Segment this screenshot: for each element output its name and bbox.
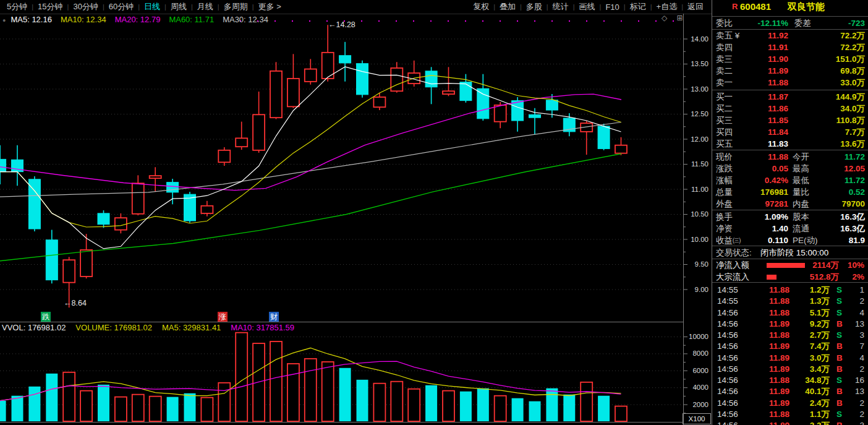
section-separator [712, 210, 868, 210]
sell-label: 卖一 [716, 77, 733, 88]
flow-pct: 2% [852, 271, 864, 283]
tick-row[interactable]: 14:5611.893.4万B2 [712, 363, 868, 375]
ma-indicator-row: ●MA5: 12.16MA10: 12.34MA20: 12.79MA60: 1… [2, 15, 277, 24]
buy-volume: 34.0万 [840, 103, 865, 114]
tick-row[interactable]: 14:5611.897.4万B7 [712, 340, 868, 352]
stat-label-1: 涨跌 [716, 163, 733, 174]
menu-item-1[interactable]: 叠加 [495, 1, 520, 12]
stat-label-2: 内盘 [793, 198, 809, 210]
tick-time: 14:56 [717, 329, 738, 341]
vol-label-0: VVOL: 176981.02 [2, 323, 66, 332]
volume-axis-label: 4000 [686, 384, 708, 391]
buy-label: 买二 [716, 103, 733, 114]
menu-item-0[interactable]: 复权 [469, 1, 493, 12]
stat-row-4: 外盘97281内盘79700 [712, 198, 868, 210]
section-separator [712, 29, 868, 30]
menu-item-8[interactable]: 返回 [683, 1, 708, 12]
tick-side: B [836, 397, 843, 409]
tick-row[interactable]: 14:5611.881.1万S2 [712, 408, 868, 420]
tick-row[interactable]: 14:5611.892.4万B2 [712, 397, 868, 409]
stat-label-1: 收益㈢ [716, 234, 741, 246]
buy-label: 买四 [716, 126, 733, 138]
tick-side: B [836, 318, 843, 330]
tick-row[interactable]: 14:5611.885.1万S4 [712, 307, 868, 319]
tick-volume: 1.3万 [810, 295, 830, 307]
tick-price: 11.89 [769, 352, 789, 364]
buy-price: 11.87 [768, 91, 788, 103]
period-tab-2[interactable]: 30分钟 [69, 1, 102, 12]
tick-row[interactable]: 14:5511.881.2万S1 [712, 284, 868, 296]
tick-side: S [836, 284, 842, 296]
tick-price: 11.89 [769, 397, 789, 409]
stat-label-2: 最低 [793, 174, 809, 186]
stat-label-2: 今开 [793, 151, 809, 163]
tick-row[interactable]: 14:5611.8940.1万B13 [712, 385, 868, 397]
flow-value: 2114万 [812, 259, 839, 271]
tick-row[interactable]: 14:5611.8834.8万S16 [712, 374, 868, 386]
stat-label-1: 现价 [716, 151, 733, 163]
tick-price: 11.88 [769, 374, 789, 386]
tick-time: 14:56 [717, 408, 738, 420]
buy-volume: 144.9万 [836, 91, 865, 103]
sell-price: 11.91 [768, 41, 788, 53]
period-tab-4[interactable]: 日线 [140, 1, 164, 12]
tick-price: 11.88 [769, 307, 789, 319]
tick-count: 4 [859, 352, 864, 364]
tick-volume: 3.4万 [810, 363, 830, 375]
tick-time: 14:56 [717, 352, 738, 364]
tick-row[interactable]: 14:5611.893.0万B4 [712, 352, 868, 364]
stat-value-1: 0.05 [772, 163, 788, 174]
tick-count: 13 [855, 385, 864, 397]
tick-time: 14:56 [717, 374, 738, 386]
menu-item-7[interactable]: +自选 [652, 1, 682, 12]
sell-row-1: 卖一11.8833.0万 [712, 77, 868, 88]
buy-row-5: 买五11.8313.6万 [712, 138, 868, 150]
tick-row[interactable]: 14:5611.882.7万S3 [712, 329, 868, 341]
period-tab-7[interactable]: 多周期 [219, 1, 252, 12]
buy-price: 11.86 [768, 103, 788, 114]
stat-label-2: 最高 [793, 163, 809, 174]
buy-label: 买一 [716, 91, 733, 103]
buy-row-3: 买三11.85110.8万 [712, 114, 868, 126]
tick-time: 14:56 [717, 385, 738, 397]
menu-item-5[interactable]: F10 [601, 2, 623, 12]
sell-row-3: 卖三11.90151.0万 [712, 53, 868, 65]
tick-side: B [836, 352, 843, 364]
tick-time: 14:56 [717, 363, 738, 375]
price-axis-label: 10.00 [686, 236, 708, 243]
stat-label-1: 总量 [716, 186, 733, 198]
tick-volume: 9.2万 [810, 318, 830, 330]
marker-badge-跌: 跌 [41, 312, 51, 322]
tick-row[interactable]: 14:5511.881.3万S2 [712, 295, 868, 307]
sell-price: 11.90 [768, 53, 788, 65]
trade-status-value: 闭市阶段 15:00:00 [760, 247, 828, 259]
period-tab-3[interactable]: 60分钟 [104, 1, 138, 12]
period-tab-1[interactable]: 15分钟 [33, 1, 67, 12]
volume-axis-label: 10000 [686, 333, 708, 340]
menu-item-6[interactable]: 标记 [626, 1, 650, 12]
tick-row[interactable]: 14:5611.899.2万B13 [712, 318, 868, 330]
menu-item-2[interactable]: 多股 [522, 1, 547, 12]
buy-row-2: 买二11.8634.0万 [712, 103, 868, 114]
menu-item-3[interactable]: 统计 [548, 1, 573, 12]
period-tab-0[interactable]: 5分钟 [2, 1, 32, 12]
menu-item-4[interactable]: 画线 [575, 1, 600, 12]
period-tab-8[interactable]: 更多 > [254, 1, 286, 12]
section-separator [712, 259, 868, 259]
trade-status-label: 交易状态: [716, 247, 752, 259]
buy-volume: 110.8万 [836, 114, 865, 126]
buy-row-4: 买四11.847.7万 [712, 126, 868, 138]
period-tab-5[interactable]: 周线 [166, 1, 191, 12]
tick-volume: 2.7万 [810, 329, 830, 341]
volume-indicator-row: VVOL: 176981.02VOLUME: 176981.02MA5: 329… [2, 323, 304, 332]
flow-label: 大宗流入 [716, 271, 749, 283]
stat-label-1: 涨幅 [716, 174, 733, 186]
trade-status-row: 交易状态: 闭市阶段 15:00:00 [712, 247, 868, 259]
stock-header[interactable]: R 600481 双良节能 [712, 1, 868, 15]
period-tab-6[interactable]: 月线 [193, 1, 218, 12]
stat-value-1: 176981 [760, 186, 788, 198]
sell-price: 11.92 [768, 30, 788, 41]
weibi-row: 委比 -12.11% 委差 -723 [712, 17, 868, 29]
price-axis-label: 10.50 [686, 210, 708, 218]
tick-row[interactable]: 14:5611.892.3万B3 [712, 419, 868, 425]
